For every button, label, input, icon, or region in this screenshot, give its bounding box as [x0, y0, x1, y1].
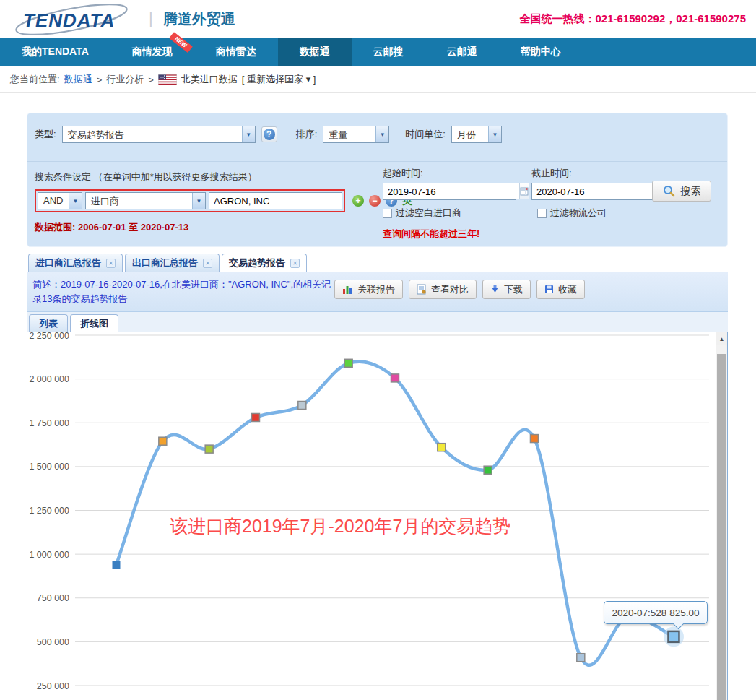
sort-select[interactable]: 重量 ▼ [323, 126, 389, 143]
svg-text:250 000: 250 000 [37, 681, 69, 691]
date-filter-column: 起始时间: 截止时间: [383, 167, 664, 241]
main-nav: 我的TENDATA 商情发现 NEW 商情雷达 数据通 云邮搜 云邮通 帮助中心 [0, 38, 756, 66]
us-flag-icon [158, 74, 177, 85]
view-comparison-button[interactable]: 查看对比 [409, 280, 477, 299]
download-icon [490, 285, 500, 294]
chevron-down-icon[interactable]: ▼ [69, 193, 82, 209]
time-unit-label: 时间单位: [405, 128, 446, 141]
type-help-button[interactable]: ? [261, 126, 277, 142]
type-select[interactable]: 交易趋势报告 ▼ [62, 126, 256, 143]
search-hint: （在单词中加*用以获得更多搜索结果） [94, 171, 257, 182]
close-icon[interactable]: ✕ [203, 259, 212, 268]
bool-operator-select[interactable]: AND ▼ [38, 192, 82, 209]
save-disk-icon [544, 285, 554, 294]
filter-blank-importer-checkbox[interactable]: 过滤空白进口商 [383, 207, 461, 220]
nav-item-discovery[interactable]: 商情发现 NEW [110, 38, 194, 66]
reselect-country-button[interactable]: [ 重新选择国家 ▾ ] [242, 73, 316, 86]
condition-box: AND ▼ 进口商 ▼ [35, 189, 345, 212]
nav-item-cloud-mail[interactable]: 云邮通 [425, 38, 499, 66]
breadcrumb-page: 北美进口数据 [181, 73, 238, 86]
breadcrumb-link-datahub[interactable]: 数据通 [64, 73, 92, 86]
hotline-label: 全国统一热线： [519, 12, 595, 25]
trend-line-chart: 2 250 0002 000 0001 750 0001 500 0001 25… [27, 332, 728, 700]
filter-panel: 类型: 交易趋势报告 ▼ ? 排序: 重量 ▼ 时间单位: 月份 ▼ 搜索条件设… [27, 113, 728, 247]
add-condition-icon[interactable]: + [352, 195, 364, 207]
condition-row: AND ▼ 进口商 ▼ + − ? 英 [35, 189, 378, 212]
hotline-numbers: 021-61590292，021-61590275 [595, 12, 746, 25]
summary-bar: 简述：2019-07-16-2020-07-16,在北美进口商："AGRON, … [27, 272, 728, 312]
page-header: TENDATA | 腾道外贸通 全国统一热线：021-61590292，021-… [0, 0, 756, 38]
remove-condition-icon[interactable]: − [369, 195, 381, 207]
calendar-icon[interactable] [519, 183, 529, 199]
tab-exporter-summary[interactable]: 出口商汇总报告 ✕ [125, 254, 220, 272]
document-compare-icon [417, 284, 427, 295]
end-date-box [531, 183, 664, 200]
end-date-input[interactable] [532, 183, 668, 199]
filter-checkboxes: 过滤空白进口商 过滤物流公司 [383, 207, 664, 220]
chevron-down-icon[interactable]: ▼ [375, 126, 388, 142]
report-tab-strip: 进口商汇总报告 ✕ 出口商汇总报告 ✕ 交易趋势报告 ✕ [27, 252, 728, 272]
download-button[interactable]: 下载 [482, 280, 531, 299]
logo-text: TENDATA [23, 9, 115, 32]
checkbox-icon[interactable] [383, 209, 392, 218]
chevron-down-icon[interactable]: ▼ [242, 126, 255, 142]
chevron-down-icon[interactable]: ▼ [192, 193, 205, 209]
svg-text:2 250 000: 2 250 000 [29, 332, 69, 341]
chart-annotation: 该进口商2019年7月-2020年7月的交易趋势 [170, 514, 510, 538]
start-date-group: 起始时间: [383, 167, 516, 200]
breadcrumb-prefix: 您当前位置: [10, 73, 60, 86]
filter-logistics-checkbox[interactable]: 过滤物流公司 [537, 207, 607, 220]
data-point-tooltip: 2020-07:528 825.00 [604, 601, 708, 624]
end-date-label: 截止时间: [531, 167, 664, 180]
breadcrumb-industry[interactable]: 行业分析 [106, 73, 144, 86]
keyword-input[interactable] [209, 192, 342, 209]
nav-item-radar[interactable]: 商情雷达 [194, 38, 278, 66]
svg-text:2 000 000: 2 000 000 [29, 374, 69, 384]
help-icon: ? [264, 129, 275, 140]
type-label: 类型: [35, 128, 56, 141]
field-select[interactable]: 进口商 ▼ [85, 192, 206, 209]
nav-item-cloud-mail-search[interactable]: 云邮搜 [352, 38, 425, 66]
view-tab-strip: 列表 折线图 [27, 312, 728, 332]
scroll-up-icon[interactable]: ▲ [716, 332, 727, 345]
nav-item-my-tendata[interactable]: 我的TENDATA [0, 38, 110, 66]
checkbox-icon[interactable] [537, 209, 547, 218]
start-date-box [383, 183, 516, 200]
breadcrumb-sep2: > [148, 74, 154, 85]
main-panel: 类型: 交易趋势报告 ▼ ? 排序: 重量 ▼ 时间单位: 月份 ▼ 搜索条件设… [27, 113, 728, 700]
site-title: 腾道外贸通 [163, 9, 235, 29]
search-button[interactable]: 搜索 [652, 181, 711, 202]
nav-item-help-center[interactable]: 帮助中心 [499, 38, 583, 66]
svg-text:1 500 000: 1 500 000 [29, 462, 69, 472]
scrollbar-thumb[interactable] [717, 354, 726, 700]
start-date-label: 起始时间: [383, 167, 516, 180]
close-icon[interactable]: ✕ [106, 259, 116, 268]
time-unit-select[interactable]: 月份 ▼ [451, 126, 502, 143]
favorite-button[interactable]: 收藏 [536, 280, 585, 299]
search-conditions: 搜索条件设定 （在单词中加*用以获得更多搜索结果） AND ▼ 进口商 ▼ [35, 170, 378, 234]
tab-trade-trend[interactable]: 交易趋势报告 ✕ [222, 254, 307, 272]
date-row: 起始时间: 截止时间: [383, 167, 664, 200]
nav-item-datahub[interactable]: 数据通 [278, 38, 352, 66]
svg-text:1 750 000: 1 750 000 [29, 418, 69, 428]
chart-scrollbar[interactable]: ▲ [716, 332, 727, 700]
search-conditions-title: 搜索条件设定 （在单词中加*用以获得更多搜索结果） [35, 170, 378, 183]
tab-list-view[interactable]: 列表 [29, 314, 68, 332]
bar-chart-icon [342, 285, 353, 295]
related-report-button[interactable]: 关联报告 [334, 280, 403, 299]
breadcrumb-sep: > [97, 74, 103, 85]
sort-label: 排序: [296, 128, 318, 141]
panel-divider [27, 161, 727, 162]
tab-line-chart-view[interactable]: 折线图 [70, 314, 118, 332]
header-divider: | [149, 9, 153, 28]
start-date-input[interactable] [383, 183, 519, 199]
search-icon [663, 185, 675, 197]
breadcrumb: 您当前位置: 数据通 > 行业分析 > 北美进口数据 [ 重新选择国家 ▾ ] [0, 66, 756, 93]
tab-importer-summary[interactable]: 进口商汇总报告 ✕ [28, 254, 123, 272]
end-date-group: 截止时间: [531, 167, 664, 200]
summary-text: 简述：2019-07-16-2020-07-16,在北美进口商："AGRON, … [32, 277, 334, 306]
close-icon[interactable]: ✕ [290, 259, 300, 268]
chevron-down-icon[interactable]: ▼ [488, 126, 501, 142]
svg-text:1 000 000: 1 000 000 [29, 550, 69, 560]
tendata-logo[interactable]: TENDATA [17, 2, 133, 35]
